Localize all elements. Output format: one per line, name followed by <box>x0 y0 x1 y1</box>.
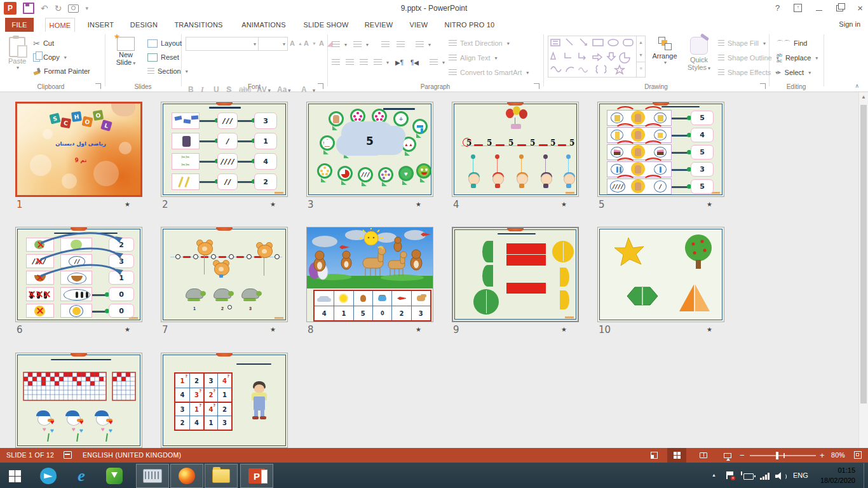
fit-slide-to-window-icon[interactable] <box>854 451 862 459</box>
quick-styles-button[interactable]: Quick Styles▾ <box>684 37 714 71</box>
tab-nitro-pro[interactable]: NITRO PRO 10 <box>444 18 496 32</box>
tab-transitions[interactable]: TRANSITIONS <box>172 18 226 32</box>
save-icon[interactable] <box>23 3 34 14</box>
sign-in-link[interactable]: Sign in <box>839 20 860 28</box>
select-button[interactable]: ➤Select▾ <box>776 66 811 79</box>
taskbar-telegram[interactable] <box>33 463 64 488</box>
align-text-button[interactable]: Align Text▾ <box>449 51 498 64</box>
numbering-button[interactable]: ▾ <box>353 38 369 51</box>
slide-thumbnail-2[interactable]: /// 3 / 1 ✂✂✂✂ //// 4 <box>161 102 289 211</box>
close-icon[interactable]: × <box>857 3 863 13</box>
slide-thumbnail-5[interactable]: 5 4 5 <box>597 102 726 211</box>
shrink-font-button[interactable]: A▼ <box>304 37 316 50</box>
tray-expand-chevron[interactable]: ▲ <box>712 473 716 488</box>
clock[interactable]: 01:15 18/02/2020 <box>820 465 855 485</box>
copy-button[interactable]: Copy▾ <box>33 51 67 64</box>
arrange-button[interactable]: Arrange▾ <box>649 37 680 65</box>
show-desktop-button[interactable] <box>864 463 868 488</box>
scrollbar-thumb[interactable] <box>860 105 867 403</box>
start-slideshow-icon[interactable] <box>68 4 79 13</box>
shapes-scroll-down-icon[interactable]: ▼ <box>637 49 645 62</box>
grow-font-button[interactable]: A▲ <box>290 37 302 50</box>
restore-icon[interactable] <box>836 5 843 11</box>
volume-icon[interactable] <box>775 472 784 488</box>
slide-sorter-view-button[interactable] <box>667 448 686 463</box>
tab-file[interactable]: FILE <box>5 18 34 32</box>
format-painter-button[interactable]: Format Painter <box>33 65 90 78</box>
normal-view-button[interactable] <box>644 448 663 463</box>
start-button[interactable] <box>0 463 31 488</box>
zoom-level[interactable]: 80% <box>831 451 845 459</box>
network-signal-icon[interactable] <box>760 473 769 488</box>
cut-button[interactable]: ✂ Cut <box>33 37 54 50</box>
taskbar-file-explorer[interactable] <box>205 464 238 488</box>
convert-smartart-button[interactable]: Convert to SmartArt▾ <box>449 66 529 79</box>
font-dialog-launcher[interactable] <box>318 83 323 89</box>
slide-thumbnail-9[interactable]: 9 ★ <box>452 227 580 336</box>
spell-check-icon[interactable] <box>64 451 72 459</box>
help-icon[interactable]: ? <box>775 3 780 13</box>
taskbar-internet-explorer[interactable]: e <box>66 463 97 488</box>
shape-outline-button[interactable]: Shape Outline▾ <box>718 51 779 64</box>
text-direction-button[interactable]: Text Direction▾ <box>449 37 510 50</box>
section-button[interactable]: Section▾ <box>147 65 188 78</box>
paste-button[interactable]: Paste▾ <box>5 37 29 71</box>
layout-button[interactable]: Layout▾ <box>147 37 189 50</box>
columns-button[interactable]: ▾ <box>430 56 445 69</box>
slide-thumbnail-11[interactable]: ♥ ♥ ♥ ♥ ♥ ♥ <box>15 353 144 462</box>
left-to-right-button[interactable]: ▶¶ <box>395 56 403 69</box>
ribbon-display-options-icon[interactable]: ↑ <box>794 4 802 12</box>
tab-animations[interactable]: ANIMATIONS <box>238 18 290 32</box>
find-button[interactable]: ⌒⌒Find <box>776 37 807 50</box>
slide-thumbnail-4[interactable]: 5 5 5 5 5 5 <box>452 102 580 211</box>
drawing-dialog-launcher[interactable] <box>760 83 766 89</box>
tab-home[interactable]: HOME <box>45 18 75 32</box>
shapes-gallery-scrollbar[interactable]: ▲ ▼ ≡ <box>636 36 646 78</box>
minimize-icon[interactable] <box>816 10 822 11</box>
slide-thumbnail-6[interactable]: 2 //// // 3 1 0 <box>15 227 144 336</box>
align-center-button[interactable] <box>346 56 354 69</box>
slide-thumbnail-12[interactable]: ?1 2 3 ?4 4 ?3 ?2 1 3 ?1 ?4 2 2 4 1 3 <box>161 353 289 462</box>
slide-thumbnail-8[interactable]: 4 1 5 0 2 3 8 ★ <box>306 227 435 336</box>
powerpoint-app-icon[interactable]: P <box>4 2 17 15</box>
shape-effects-button[interactable]: Shape Effects▾ <box>718 66 778 79</box>
zoom-slider-handle[interactable] <box>776 452 778 459</box>
replace-button[interactable]: abacReplace▾ <box>776 51 818 64</box>
tab-review[interactable]: REVIEW <box>362 18 395 32</box>
zoom-out-button[interactable]: − <box>740 451 745 460</box>
undo-icon[interactable]: ↶ <box>41 4 48 13</box>
redo-icon[interactable]: ↻ <box>55 4 62 13</box>
scrollbar-up-icon[interactable]: ▲ <box>859 92 868 102</box>
zoom-in-button[interactable]: + <box>820 451 825 460</box>
taskbar-onscreen-keyboard[interactable] <box>136 464 169 488</box>
slide-thumbnail-3[interactable]: + ▲▲ /// ♥ 5 <box>306 102 435 211</box>
tab-insert[interactable]: INSERT <box>86 18 116 32</box>
reset-button[interactable]: Reset <box>147 51 179 64</box>
right-to-left-button[interactable]: ¶◀ <box>410 56 419 69</box>
clipboard-dialog-launcher[interactable] <box>95 83 101 89</box>
bullets-button[interactable]: ▾ <box>332 38 347 51</box>
paragraph-dialog-launcher[interactable] <box>534 83 539 89</box>
slideshow-view-button[interactable] <box>718 448 737 463</box>
justify-button[interactable]: ▾ <box>374 56 389 69</box>
slide-thumbnail-10[interactable]: 10 ★ <box>597 227 726 336</box>
shapes-gallery[interactable] <box>548 36 637 78</box>
reading-view-button[interactable] <box>694 448 713 463</box>
battery-icon[interactable] <box>743 473 754 488</box>
action-center-flag-icon[interactable]: × <box>726 471 734 488</box>
shapes-scroll-up-icon[interactable]: ▲ <box>637 36 645 49</box>
font-size-combobox[interactable]: ▾ <box>258 37 288 51</box>
customize-qat-icon[interactable]: ▾ <box>85 6 88 11</box>
shape-fill-button[interactable]: Shape Fill▾ <box>718 37 766 50</box>
line-spacing-button[interactable]: ▾ <box>416 38 431 51</box>
collapse-ribbon-icon[interactable]: ∧ <box>855 83 859 89</box>
align-left-button[interactable] <box>332 56 340 69</box>
slide-thumbnail-7[interactable]: 1 2 3 7 ★ <box>161 227 289 336</box>
new-slide-button[interactable]: New Slide▾ <box>109 37 142 66</box>
taskbar-firefox[interactable] <box>170 464 203 488</box>
tab-design[interactable]: DESIGN <box>129 18 159 32</box>
shapes-more-icon[interactable]: ≡ <box>637 62 645 75</box>
language-switcher[interactable]: ENG <box>793 471 808 488</box>
increase-indent-button[interactable] <box>397 38 405 51</box>
slide-thumbnail-1[interactable]: S C H O O L ریاضی اول دبستان تم 9 1 ★ <box>15 102 144 211</box>
